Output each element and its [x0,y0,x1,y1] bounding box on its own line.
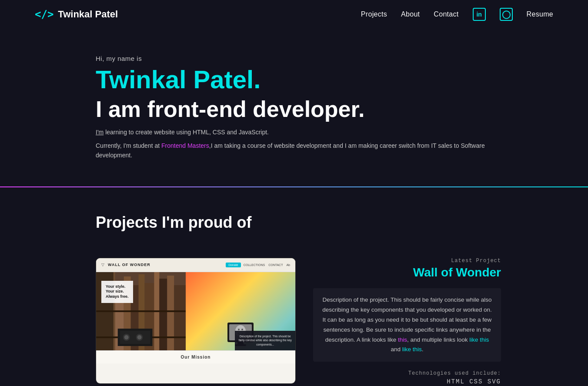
github-icon[interactable]: ◯ [500,8,513,21]
project-tech-items: HTML CSS SVG [313,378,501,385]
hero-subtitle-rest: learning to create website using HTML, C… [105,129,269,136]
svg-rect-9 [159,279,167,350]
nav-link-projects[interactable]: Projects [361,10,387,18]
hero-description: Currently, I'm student at Frontend Maste… [96,141,501,160]
screenshot-navbar: ▽ WALL OF WONDER Donate COLLECTIONSCONTA… [96,258,295,272]
project-tech-label: Technologies used include: [313,370,501,376]
project-description: Description of the project. This should … [313,288,501,362]
project-title: Wall of Wonder [313,266,501,280]
screenshot-desc: Description of the project. This should … [235,331,295,350]
projects-section: Projects I'm proud of ▽ WALL OF WONDER D… [0,187,588,386]
logo-name: Twinkal Patel [58,9,118,20]
hero-subtitle-em: I'm [96,129,104,136]
screenshot-text2: Your size. [106,289,129,294]
nav-link-contact[interactable]: Contact [434,10,458,18]
project-desc-text: Description of the project. This should … [322,296,492,343]
project-link2[interactable]: like this [469,336,489,343]
svg-point-19 [137,335,142,339]
screenshot-nav-links: COLLECTIONSCONTACTAb [244,263,290,266]
project-desc-mid2: and [391,346,402,353]
screenshot-desc-text: Description of the project. This should … [238,334,292,347]
project-screenshot: ▽ WALL OF WONDER Donate COLLECTIONSCONTA… [96,258,296,384]
project-item: ▽ WALL OF WONDER Donate COLLECTIONSCONTA… [96,258,501,386]
project-desc-mid: , and multiple links look [407,336,469,343]
screenshot-text1: Your style. [106,284,129,290]
project-info: Latest Project Wall of Wonder Descriptio… [313,258,501,386]
hero-title: I am front-end developer. [96,97,501,122]
screenshot-logo: WALL OF WONDER [108,263,150,267]
screenshot-text3: Always free. [106,294,129,299]
project-tech: Technologies used include: HTML CSS SVG [313,370,501,385]
svg-point-25 [241,329,243,330]
screenshot-inner: ▽ WALL OF WONDER Donate COLLECTIONSCONTA… [96,258,295,383]
hero-greeting: Hi, my name is [96,55,501,62]
screenshot-text-box: Your style. Your size. Always free. [101,281,133,303]
nav-resume-link[interactable]: Resume [527,10,553,18]
screenshot-donate-btn: Donate [226,263,241,267]
hero-name: Twinkal Patel. [96,66,501,93]
hero-desc-start: Currently, I'm student at [96,142,161,149]
svg-point-17 [124,335,129,339]
project-desc-end: . [422,346,424,353]
screenshot-hero: Your style. Your size. Always free. [96,272,295,350]
hero-section: Hi, my name is Twinkal Patel. I am front… [0,29,588,186]
screenshot-left: Your style. Your size. Always free. [96,272,186,350]
frontend-masters-link[interactable]: Frontend Masters [161,142,209,149]
nav-links: Projects About Contact in ◯ Resume [361,8,553,21]
svg-point-24 [238,329,240,330]
screenshot-mission: Our Mission [96,350,295,363]
linkedin-icon[interactable]: in [473,8,486,21]
screenshot-right: Description of the project. This should … [186,272,295,350]
project-link1[interactable]: this [398,336,407,343]
hero-subtitle: I'm learning to create website using HTM… [96,129,501,136]
project-link3[interactable]: like this [402,346,422,353]
project-latest-label: Latest Project [313,258,501,264]
screenshot-mission-text: Our Mission [181,355,211,359]
svg-rect-11 [174,285,186,350]
svg-rect-10 [167,276,174,350]
logo-bracket-icon: </> [35,8,53,20]
nav-link-about[interactable]: About [401,10,420,18]
navbar: </> Twinkal Patel Projects About Contact… [0,0,588,29]
nav-logo[interactable]: </> Twinkal Patel [35,8,118,20]
projects-heading: Projects I'm proud of [96,213,501,232]
